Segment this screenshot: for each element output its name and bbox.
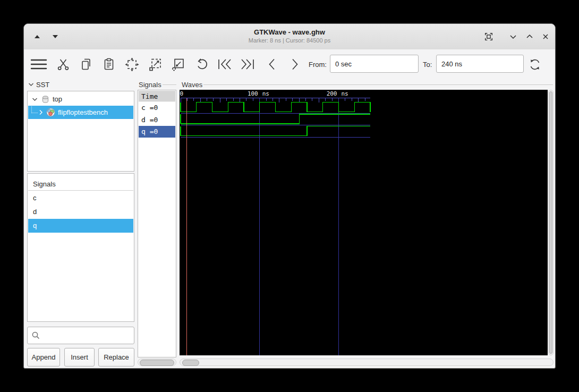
zoom-fit-icon[interactable]: [125, 57, 139, 71]
database-icon: [41, 95, 49, 104]
skip-to-start-icon[interactable]: [217, 57, 231, 71]
to-input[interactable]: [436, 55, 524, 73]
waves-vertical-scrollbar[interactable]: [548, 90, 554, 355]
scrollbar-thumb[interactable]: [549, 91, 552, 354]
chevron-down-icon[interactable]: [32, 97, 38, 101]
menu-icon[interactable]: [30, 57, 44, 71]
sst-tree-panel: top flipfloptestbench: [27, 91, 134, 172]
toolbar: From: To:: [24, 49, 555, 79]
replace-button[interactable]: Replace: [98, 348, 134, 367]
from-input[interactable]: [330, 55, 419, 73]
svg-text:100: 100: [248, 90, 258, 97]
waves-frame-label: Waves: [182, 80, 553, 89]
tree-guide-line: [31, 106, 38, 113]
from-label: From:: [309, 61, 327, 69]
fullscreen-button[interactable]: [484, 32, 493, 41]
signal-item-d[interactable]: d: [28, 205, 133, 219]
waveform-svg: 0100ns200ns: [180, 90, 548, 355]
marker-cursor-status: Marker: 8 ns | Cursor: 84500 ps: [24, 37, 555, 45]
names-horizontal-scrollbar[interactable]: [138, 359, 176, 366]
insert-button[interactable]: Insert: [64, 348, 95, 367]
svg-text:0: 0: [180, 90, 184, 97]
zoom-in-icon[interactable]: [148, 57, 162, 71]
chevron-down-icon: [28, 82, 34, 87]
waveform-canvas[interactable]: 0100ns200ns: [180, 90, 548, 355]
search-input[interactable]: [40, 331, 136, 340]
waves-horizontal-scrollbar[interactable]: [180, 359, 554, 366]
time-column-header[interactable]: Time: [139, 91, 175, 102]
module-icon: [46, 108, 55, 117]
scrollbar-thumb[interactable]: [140, 360, 174, 366]
svg-text:200: 200: [327, 90, 337, 97]
window-title: GTKWave - wave.ghw: [24, 28, 555, 37]
signals-list-header: Signals: [28, 178, 133, 191]
to-label: To:: [423, 61, 432, 69]
search-icon: [31, 331, 40, 340]
zoom-out-icon[interactable]: [171, 57, 185, 71]
trace-name-c[interactable]: c =0: [139, 102, 175, 114]
undo-icon[interactable]: [195, 57, 209, 71]
tree-item-top[interactable]: top: [28, 92, 133, 106]
tree-item-label: flipfloptestbench: [58, 108, 108, 116]
close-button[interactable]: [541, 32, 550, 41]
cut-icon[interactable]: [57, 57, 71, 71]
chevron-right-icon[interactable]: [39, 109, 43, 115]
signal-item-c[interactable]: c: [28, 191, 133, 205]
tree-item-label: top: [53, 95, 62, 103]
trace-name-q[interactable]: q =0: [139, 126, 175, 138]
append-button[interactable]: Append: [27, 348, 60, 367]
gtkwave-window: GTKWave - wave.ghw Marker: 8 ns | Cursor…: [23, 23, 556, 369]
signal-item-q[interactable]: q: [28, 219, 133, 233]
maximize-button[interactable]: [525, 32, 534, 41]
scrollbar-thumb[interactable]: [182, 360, 199, 366]
skip-to-end-icon[interactable]: [240, 57, 253, 71]
copy-icon[interactable]: [80, 57, 93, 71]
signal-search-box[interactable]: [27, 327, 134, 344]
svg-text:ns: ns: [262, 90, 269, 97]
signals-list-panel: Signals c d q: [27, 173, 134, 322]
svg-text:ns: ns: [342, 90, 348, 97]
paste-icon[interactable]: [103, 57, 116, 71]
next-edge-icon[interactable]: [288, 57, 302, 71]
trace-name-d[interactable]: d =0: [139, 114, 175, 126]
sst-header[interactable]: SST: [28, 80, 49, 89]
names-frame-label: Signals: [139, 80, 176, 89]
titlebar[interactable]: GTKWave - wave.ghw Marker: 8 ns | Cursor…: [24, 24, 555, 50]
reload-icon[interactable]: [527, 57, 541, 71]
minimize-button[interactable]: [508, 32, 518, 41]
tree-item-flipfloptestbench[interactable]: flipfloptestbench: [28, 106, 133, 119]
signal-names-panel: Time c =0 d =0 q =0: [138, 90, 176, 357]
sst-label: SST: [36, 81, 49, 89]
previous-edge-icon[interactable]: [266, 57, 279, 71]
